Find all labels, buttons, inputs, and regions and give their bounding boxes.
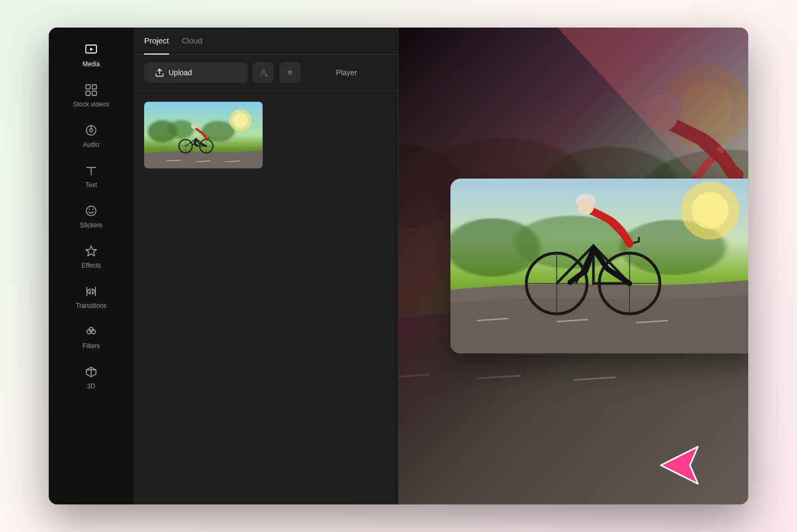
audio-icon xyxy=(84,123,99,138)
app-body: Project Cloud Upload xyxy=(134,28,748,504)
media-icon xyxy=(84,42,99,57)
featured-card xyxy=(450,179,748,353)
svg-point-21 xyxy=(168,120,194,139)
tab-cloud[interactable]: Cloud xyxy=(182,28,202,55)
svg-rect-2 xyxy=(86,85,90,89)
thumbnail-cyclist[interactable] xyxy=(144,102,263,169)
transitions-icon xyxy=(84,284,99,299)
svg-rect-3 xyxy=(92,85,96,89)
media-grid xyxy=(134,91,398,179)
sidebar-item-text[interactable]: Text xyxy=(57,157,126,195)
content-area xyxy=(398,28,748,504)
svg-point-34 xyxy=(233,113,248,128)
effects-icon xyxy=(84,244,99,259)
tab-project[interactable]: Project xyxy=(144,28,169,55)
sidebar-item-stock-videos[interactable]: Stock videos xyxy=(57,76,126,114)
tabs-bar: Project Cloud xyxy=(134,28,398,55)
3d-icon xyxy=(84,365,99,379)
sidebar-item-label-transitions: Transitions xyxy=(76,302,107,309)
sidebar-item-label-stickers: Stickers xyxy=(80,221,103,229)
sidebar-item-media[interactable]: Media xyxy=(57,36,126,74)
sidebar-item-label-3d: 3D xyxy=(87,383,95,390)
svg-point-67 xyxy=(578,198,594,215)
featured-image xyxy=(450,179,748,353)
sidebar-item-audio[interactable]: Audio xyxy=(57,117,126,155)
sidebar-item-label-media: Media xyxy=(83,60,100,68)
filters-icon xyxy=(84,324,99,339)
upload-icon xyxy=(155,68,164,77)
sidebar-item-label-filters: Filters xyxy=(83,342,100,350)
sidebar-item-label-audio: Audio xyxy=(83,141,100,148)
sidebar-item-filters[interactable]: Filters xyxy=(57,318,126,356)
dropbox-icon xyxy=(285,67,295,78)
sidebar-item-label-text: Text xyxy=(85,181,97,189)
toolbar: Upload Player xyxy=(134,55,398,91)
svg-rect-5 xyxy=(92,91,96,95)
sidebar-item-transitions[interactable]: Transitions xyxy=(57,278,126,316)
player-label: Player xyxy=(306,68,388,77)
svg-rect-4 xyxy=(86,91,90,95)
svg-marker-14 xyxy=(86,246,96,256)
text-icon xyxy=(84,163,99,178)
google-drive-icon xyxy=(258,67,269,78)
svg-marker-1 xyxy=(90,48,93,51)
upload-button[interactable]: Upload xyxy=(144,63,247,83)
sidebar-item-label-stock: Stock videos xyxy=(73,101,109,108)
thumbnail-image xyxy=(144,102,263,169)
dropbox-button[interactable] xyxy=(279,62,300,83)
svg-point-11 xyxy=(86,206,96,216)
sidebar: Media Stock videos xyxy=(49,28,134,504)
sidebar-item-stickers[interactable]: Stickers xyxy=(57,197,126,235)
stickers-icon xyxy=(84,203,99,218)
sidebar-item-effects[interactable]: Effects xyxy=(57,237,126,276)
media-panel: Project Cloud Upload xyxy=(134,28,398,504)
sidebar-item-3d[interactable]: 3D xyxy=(57,358,126,396)
google-drive-button[interactable] xyxy=(253,62,274,83)
svg-point-58 xyxy=(692,192,729,229)
stock-videos-icon xyxy=(84,83,99,97)
app-container: Media Stock videos xyxy=(49,28,748,504)
sidebar-item-label-effects: Effects xyxy=(82,262,101,269)
